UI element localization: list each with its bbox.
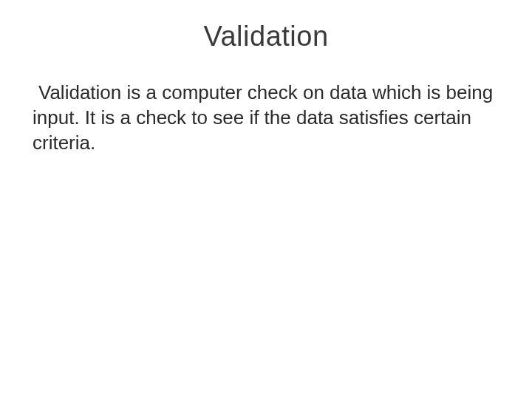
slide-title: Validation: [30, 21, 502, 52]
slide-body-text: Validation is a computer check on data w…: [30, 81, 502, 155]
slide-container: Validation Validation is a computer chec…: [0, 0, 532, 399]
